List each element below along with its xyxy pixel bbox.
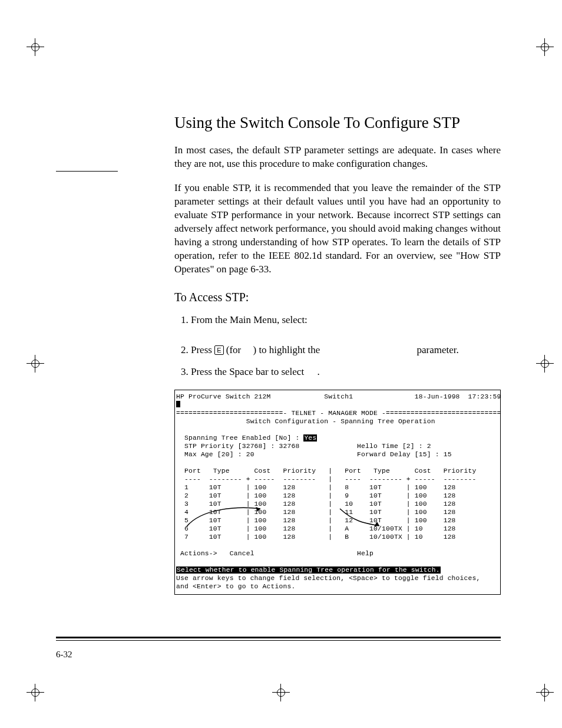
stp-enabled-value: Yes bbox=[303, 434, 317, 442]
terminal-table-row: 6 10T | 100 128 | A 10/100TX | 10 128 bbox=[176, 525, 499, 533]
note-paragraph: If you enable STP, it is recommended tha… bbox=[174, 182, 501, 276]
terminal-titlebar: HP ProCurve Switch 212M Switch1 18-Jun-1… bbox=[176, 393, 499, 401]
terminal-config-line: Max Age [20] : 20 Forward Delay [15] : 1… bbox=[176, 450, 499, 459]
crop-mark bbox=[536, 355, 554, 373]
crop-mark bbox=[272, 684, 290, 701]
subsection-heading: To Access STP: bbox=[174, 289, 501, 305]
terminal-table-row: 3 10T | 100 128 | 10 10T | 100 128 bbox=[176, 500, 499, 508]
footer-rule bbox=[56, 637, 501, 641]
procedure-step: Press E (for ) to highlight the paramete… bbox=[191, 344, 501, 357]
procedure-step: From the Main Menu, select: bbox=[191, 314, 501, 327]
crop-mark bbox=[536, 684, 554, 701]
crop-mark bbox=[27, 355, 44, 373]
terminal-table-header: Port Type Cost Priority | Port Type Cost… bbox=[176, 467, 499, 475]
terminal-table-rule: ---- -------- + ----- -------- | ---- --… bbox=[176, 475, 499, 483]
terminal-table-row: 2 10T | 100 128 | 9 10T | 100 128 bbox=[176, 492, 499, 500]
page: Using the Switch Console To Configure ST… bbox=[0, 0, 562, 728]
crop-mark bbox=[536, 38, 554, 56]
terminal-help-line: Use arrow keys to change field selection… bbox=[176, 574, 499, 582]
terminal-config-line: Spanning Tree Enabled [No] : Yes bbox=[176, 434, 499, 442]
terminal-table-row: 1 10T | 100 128 | 8 10T | 100 128 bbox=[176, 483, 499, 492]
terminal-subtitle: Switch Configuration - Spanning Tree Ope… bbox=[176, 417, 499, 426]
terminal-table-row: 7 10T | 100 128 | B 10/100TX | 10 128 bbox=[176, 533, 499, 541]
terminal-config-line: STP Priority [32768] : 32768 Hello Time … bbox=[176, 442, 499, 450]
margin-tab-rule bbox=[56, 171, 118, 172]
terminal-screenshot: HP ProCurve Switch 212M Switch1 18-Jun-1… bbox=[174, 390, 501, 595]
terminal-cursor-line bbox=[176, 401, 499, 409]
terminal-table-row: 4 10T | 100 128 | 11 10T | 100 128 bbox=[176, 508, 499, 516]
terminal-actions-line: Actions-> Cancel Help bbox=[176, 549, 499, 558]
terminal-help-line: Select whether to enable Spanning Tree o… bbox=[176, 566, 499, 574]
crop-mark bbox=[27, 38, 44, 56]
terminal-mode-line: ==========================- TELNET - MAN… bbox=[176, 409, 499, 417]
keycap-e: E bbox=[214, 345, 223, 355]
terminal-table-row: 5 10T | 100 128 | 12 10T | 100 128 bbox=[176, 516, 499, 525]
crop-mark bbox=[27, 684, 44, 701]
page-number: 6-32 bbox=[56, 648, 72, 660]
content-column: Using the Switch Console To Configure ST… bbox=[174, 112, 501, 595]
intro-paragraph: In most cases, the default STP parameter… bbox=[174, 144, 501, 171]
procedure-step: Press the Space bar to select . bbox=[191, 365, 501, 379]
section-heading: Using the Switch Console To Configure ST… bbox=[174, 112, 501, 133]
procedure-list: From the Main Menu, select: Press E (for… bbox=[174, 314, 501, 379]
terminal-help-line: and <Enter> to go to Actions. bbox=[176, 582, 499, 591]
